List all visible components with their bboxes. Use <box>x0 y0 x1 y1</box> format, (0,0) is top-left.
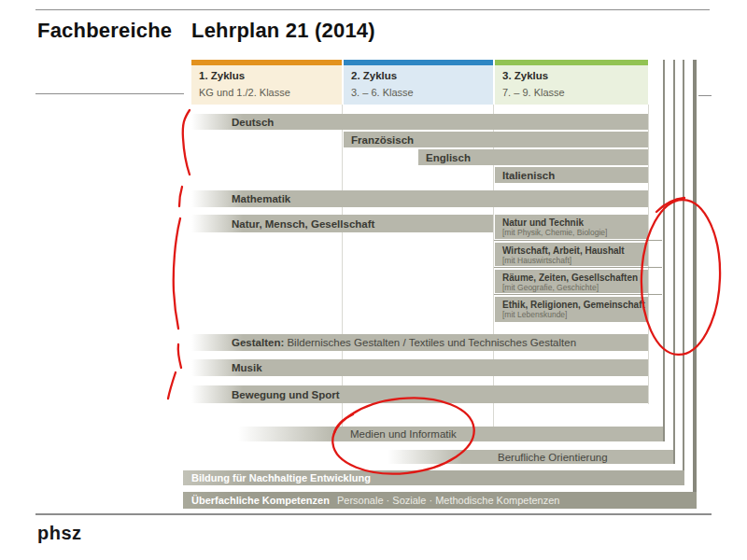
subbar-raeume-zeiten-gesellschaften-title: Räume, Zeiten, Gesellschaften <box>502 273 638 283</box>
red-circle-wrap-lines <box>639 199 723 357</box>
bar-franzoesisch: Französisch <box>344 132 648 147</box>
subbar-raeume-zeiten-gesellschaften: Räume, Zeiten, Gesellschaften [mit Geogr… <box>495 270 648 293</box>
bar-bne: Bildung für Nachhaltige Entwicklung <box>183 470 684 485</box>
column-separator-1 <box>342 105 343 427</box>
bar-nmg-label: Natur, Mensch, Gesellschaft <box>232 218 374 230</box>
cycle2-header: 2. Zyklus 3. – 6. Klasse <box>344 60 493 105</box>
bar-nmg: Natur, Mensch, Gesellschaft <box>191 215 493 232</box>
wrap-line-berufliche <box>673 60 675 464</box>
page-title-word2: Lehrplan 21 (2014) <box>191 19 375 43</box>
cycle2-sublabel: 3. – 6. Klasse <box>351 87 414 98</box>
wrap-line-medien <box>663 60 665 441</box>
red-circle-wrap-lines-tail <box>656 198 684 212</box>
cycle1-sublabel: KG und 1./2. Klasse <box>199 87 290 98</box>
cycle2-label: 2. Zyklus <box>351 70 397 81</box>
column-separator-right <box>648 105 649 404</box>
bar-bewegung-und-sport: Bewegung und Sport <box>191 385 648 403</box>
subbar-divider-1 <box>494 240 662 241</box>
bar-ueberfachliche-kompetenzen-detail: Personale · Soziale · Methodische Kompet… <box>337 495 559 506</box>
cycle3-label: 3. Zyklus <box>502 70 548 81</box>
subbar-divider-3 <box>494 294 662 295</box>
right-rule <box>698 95 712 96</box>
subbar-ethik-religionen-gemeinschaft-detail: [mit Lebenskunde] <box>502 310 567 319</box>
red-tick-mathematik <box>179 187 182 206</box>
subbar-natur-und-technik-title: Natur und Technik <box>502 217 584 228</box>
bar-mathematik: Mathematik <box>191 190 648 207</box>
bar-bewegung-und-sport-label: Bewegung und Sport <box>232 389 340 400</box>
bar-berufliche-orientierung-label: Berufliche Orientierung <box>498 452 608 463</box>
subbar-natur-und-technik: Natur und Technik [mit Physik, Chemie, B… <box>495 215 648 239</box>
bar-ueberfachliche-kompetenzen: Überfachliche Kompetenzen Personale · So… <box>183 492 697 509</box>
bar-mathematik-label: Mathematik <box>232 193 290 204</box>
bar-italienisch: Italienisch <box>495 167 648 183</box>
red-tick-gestalten <box>178 344 181 368</box>
left-rule <box>35 93 184 94</box>
subbar-raeume-zeiten-gesellschaften-detail: [mit Geografie, Geschichte] <box>502 283 599 292</box>
bar-ueberfachliche-kompetenzen-label: Überfachliche Kompetenzen <box>191 495 330 506</box>
cycle3-header: 3. Zyklus 7. – 9. Klasse <box>495 60 648 105</box>
subbar-ethik-religionen-gemeinschaft-title: Ethik, Religionen, Gemeinschaft <box>502 300 645 310</box>
bar-bne-label: Bildung für Nachhaltige Entwicklung <box>191 472 371 483</box>
bar-musik-label: Musik <box>232 362 262 373</box>
red-tick-deutsch <box>183 110 190 175</box>
cycle1-header: 1. Zyklus KG und 1./2. Klasse <box>191 60 342 105</box>
bar-gestalten: Gestalten: Bildernisches Gestalten / Tex… <box>191 334 648 351</box>
bar-gestalten-label: Gestalten: <box>232 337 284 348</box>
phsz-logo: phsz <box>37 523 82 544</box>
bar-berufliche-orientierung: Berufliche Orientierung <box>388 450 674 464</box>
bar-musik: Musik <box>191 359 648 376</box>
bar-englisch: Englisch <box>418 149 648 165</box>
red-tick-bewegung <box>168 372 176 399</box>
slide-fachbereiche-lehrplan21: Fachbereiche Lehrplan 21 (2014) 1. Zyklu… <box>0 0 747 560</box>
bar-deutsch: Deutsch <box>191 114 648 130</box>
subbar-wirtschaft-arbeit-haushalt-detail: [mit Hauswirtschaft] <box>502 256 571 265</box>
subbar-natur-und-technik-detail: [mit Physik, Chemie, Biologie] <box>502 228 607 237</box>
bar-medien-und-informatik: Medien und Informatik <box>238 427 665 441</box>
cycle1-label: 1. Zyklus <box>199 70 245 81</box>
subbar-ethik-religionen-gemeinschaft: Ethik, Religionen, Gemeinschaft [mit Leb… <box>495 297 648 322</box>
bar-englisch-label: Englisch <box>426 152 471 163</box>
page-title-word1: Fachbereiche <box>37 19 172 43</box>
subbar-wirtschaft-arbeit-haushalt: Wirtschaft, Arbeit, Haushalt [mit Hauswi… <box>495 243 648 266</box>
bar-gestalten-detail: Bildernisches Gestalten / Textiles und T… <box>287 337 576 348</box>
subbar-divider-2 <box>494 267 662 268</box>
bar-franzoesisch-label: Französisch <box>351 134 414 146</box>
wrap-line-ueberfachlich <box>693 60 697 509</box>
footer-rule <box>35 513 712 515</box>
bar-italienisch-label: Italienisch <box>502 170 555 181</box>
bar-medien-und-informatik-label: Medien und Informatik <box>350 428 457 440</box>
subbar-wirtschaft-arbeit-haushalt-title: Wirtschaft, Arbeit, Haushalt <box>502 245 625 256</box>
red-tick-nmg <box>174 218 180 329</box>
cycle3-sublabel: 7. – 9. Klasse <box>502 87 565 98</box>
bar-deutsch-label: Deutsch <box>232 117 274 128</box>
top-rule <box>35 9 710 10</box>
wrap-line-bne <box>683 60 684 485</box>
